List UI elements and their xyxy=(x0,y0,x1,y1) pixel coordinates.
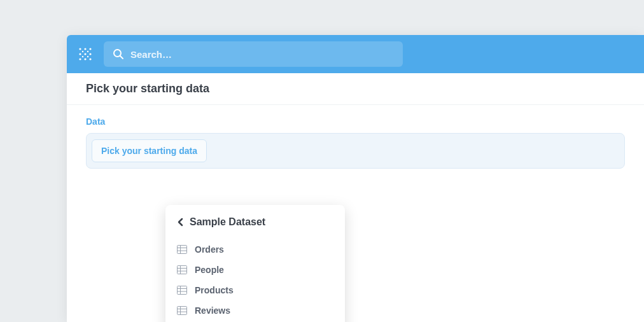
svg-point-10 xyxy=(79,58,81,60)
svg-point-4 xyxy=(87,51,88,52)
svg-point-9 xyxy=(87,56,88,57)
svg-point-2 xyxy=(89,48,91,50)
svg-point-6 xyxy=(84,53,86,55)
svg-point-3 xyxy=(82,51,83,52)
page-header: Pick your starting data xyxy=(67,73,644,105)
app-logo-icon[interactable] xyxy=(78,47,92,61)
search-box[interactable] xyxy=(104,41,403,67)
search-input[interactable] xyxy=(130,49,394,60)
dropdown-list: Orders People xyxy=(165,235,345,321)
page-title: Pick your starting data xyxy=(86,82,625,95)
data-source-dropdown: Sample Dataset Orders xyxy=(165,205,345,322)
dropdown-item-people[interactable]: People xyxy=(165,260,345,280)
data-section: Data Pick your starting data xyxy=(67,105,644,175)
dropdown-item-orders[interactable]: Orders xyxy=(165,239,345,260)
data-picker-bar: Pick your starting data xyxy=(86,133,625,169)
svg-point-11 xyxy=(84,58,86,60)
svg-point-12 xyxy=(89,58,91,60)
dropdown-item-products[interactable]: Products xyxy=(165,280,345,300)
table-icon xyxy=(177,265,187,274)
svg-rect-15 xyxy=(178,246,187,254)
pick-starting-data-button[interactable]: Pick your starting data xyxy=(92,139,207,162)
table-icon xyxy=(177,245,187,254)
app-window: Pick your starting data Data Pick your s… xyxy=(67,35,644,322)
dropdown-item-label: Orders xyxy=(195,244,224,255)
dropdown-back-header[interactable]: Sample Dataset xyxy=(165,214,345,235)
svg-rect-23 xyxy=(178,286,187,295)
search-icon xyxy=(113,48,124,60)
svg-point-1 xyxy=(84,48,86,50)
svg-point-7 xyxy=(89,53,91,55)
svg-point-0 xyxy=(79,48,81,50)
svg-rect-27 xyxy=(178,307,187,315)
dropdown-title: Sample Dataset xyxy=(190,216,265,228)
data-section-label: Data xyxy=(86,116,625,127)
dropdown-item-label: People xyxy=(195,265,224,275)
table-icon xyxy=(177,306,187,315)
svg-line-14 xyxy=(120,56,123,59)
dropdown-item-label: Reviews xyxy=(195,305,230,316)
svg-point-8 xyxy=(82,56,83,57)
chevron-left-icon xyxy=(177,218,183,227)
svg-rect-19 xyxy=(178,266,187,274)
svg-point-5 xyxy=(79,53,81,55)
table-icon xyxy=(177,286,187,295)
dropdown-item-label: Products xyxy=(195,285,234,295)
top-nav-bar xyxy=(67,35,644,73)
dropdown-item-reviews[interactable]: Reviews xyxy=(165,300,345,321)
